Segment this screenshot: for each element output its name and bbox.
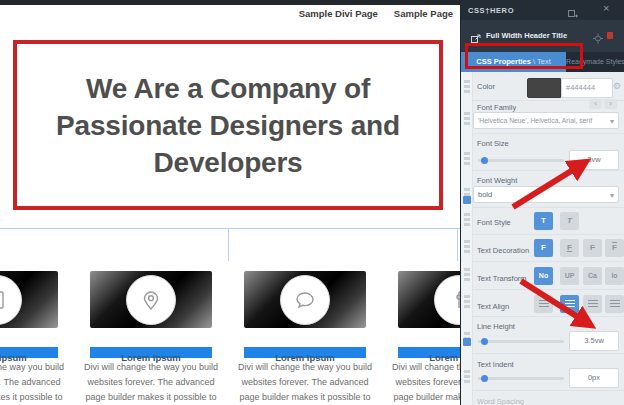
text-align-left-button[interactable] xyxy=(534,295,553,313)
blurb-image[interactable] xyxy=(398,271,460,328)
blurb-text: Divi will change the way you build websi… xyxy=(391,360,460,405)
close-icon[interactable]: × xyxy=(603,2,609,14)
font-size-slider[interactable] xyxy=(478,159,564,162)
css-hero-panel: CSS†HERO × Full Width Header Title CSS P… xyxy=(460,0,624,405)
text-align-center-button[interactable] xyxy=(560,295,579,313)
font-size-label: Font Size xyxy=(477,139,509,148)
modified-marker xyxy=(463,196,471,204)
text-transform-lowercase-button[interactable]: lo xyxy=(605,267,624,285)
next-font-button[interactable]: › xyxy=(604,99,617,109)
text-indent-slider-thumb[interactable] xyxy=(481,375,488,382)
font-size-slider-thumb[interactable] xyxy=(481,157,488,164)
prev-font-button[interactable]: ‹ xyxy=(589,99,602,109)
font-family-select[interactable]: 'Helvetica Neue', Helvetica, Arial, seri… xyxy=(473,112,619,129)
property-gutter xyxy=(461,72,473,405)
font-style-italic-button[interactable]: T xyxy=(560,212,579,230)
chevron-down-icon: ▾ xyxy=(610,114,614,129)
text-transform-none-button[interactable]: No xyxy=(534,267,553,285)
text-decoration-strikethrough-button[interactable]: F xyxy=(583,239,602,257)
blurb-text: Divi will change the way you build websi… xyxy=(83,360,219,405)
blurb-text: Divi will change the way you build websi… xyxy=(0,360,65,405)
target-icon[interactable] xyxy=(593,30,603,48)
panel-titlebar: CSS†HERO × xyxy=(461,0,624,20)
reset-icon[interactable] xyxy=(607,32,613,39)
nav-link-sample-divi-page[interactable]: Sample Divi Page xyxy=(299,8,378,19)
blurb-column: Lorem Ipsum Divi will change the way you… xyxy=(244,271,366,405)
line-height-slider-thumb[interactable] xyxy=(481,338,488,345)
gear-icon[interactable]: ⚙ xyxy=(613,81,621,91)
blurb-image[interactable] xyxy=(244,271,366,328)
text-decoration-underline-button[interactable]: F xyxy=(560,239,579,257)
text-transform-capitalize-button[interactable]: Ca xyxy=(583,267,602,285)
blurb-column: Lorem Ipsum Divi will change the way you… xyxy=(398,271,460,405)
word-spacing-label: Word Spacing xyxy=(477,397,524,405)
font-family-label: Font Family xyxy=(477,103,516,112)
font-weight-label: Font Weight xyxy=(477,176,517,185)
element-annotation-rect xyxy=(465,43,583,69)
top-navigation: Sample Divi Page Sample Page xyxy=(299,8,453,19)
align-left-icon xyxy=(539,300,549,308)
font-style-label: Font Style xyxy=(477,218,511,227)
color-input[interactable]: #444444 xyxy=(561,78,613,98)
align-right-icon xyxy=(588,300,598,308)
selection-outline-horizontal xyxy=(0,228,460,229)
chevron-down-icon: ▾ xyxy=(610,188,614,203)
blurb-text: Divi will change the way you build websi… xyxy=(237,360,373,405)
blurb-title-highlight[interactable]: Lorem Ipsum xyxy=(90,347,212,358)
color-label: Color xyxy=(477,82,495,91)
blurb-column: Lorem Ipsum Divi will change the way you… xyxy=(90,271,212,405)
align-justify-icon xyxy=(610,300,620,308)
text-transform-uppercase-button[interactable]: UP xyxy=(560,267,579,285)
font-style-normal-button[interactable]: T xyxy=(534,212,553,230)
blurb-image[interactable] xyxy=(90,271,212,328)
sliders-icon xyxy=(434,275,460,325)
line-height-slider[interactable] xyxy=(478,340,564,343)
selected-element-name[interactable]: Full Width Header Title xyxy=(486,31,567,40)
font-weight-select[interactable]: bold ▾ xyxy=(473,186,619,203)
article-icon xyxy=(0,275,22,325)
text-align-label: Text Align xyxy=(477,302,509,311)
css-hero-logo: CSS†HERO xyxy=(468,6,514,15)
text-decoration-none-button[interactable]: F xyxy=(534,239,553,257)
admin-bar xyxy=(0,0,460,5)
selection-outline-vertical xyxy=(228,228,229,261)
modified-marker xyxy=(463,338,471,346)
blurb-column: Lorem Ipsum Divi will change the way you… xyxy=(0,271,58,405)
blurb-image[interactable] xyxy=(0,271,58,328)
properties-list: Color #444444 ⚙ Font Family ‹ › 'Helveti… xyxy=(461,72,624,405)
blurb-title-highlight[interactable]: Lorem Ipsum xyxy=(244,347,366,358)
text-align-right-button[interactable] xyxy=(583,295,602,313)
page-title[interactable]: We Are a Company of Passionate Designers… xyxy=(17,70,439,181)
blurb-title-highlight[interactable]: Lorem Ipsum xyxy=(398,347,460,358)
color-swatch[interactable] xyxy=(527,78,561,98)
line-height-input[interactable]: 3.5vw xyxy=(569,331,619,351)
text-indent-slider[interactable] xyxy=(478,377,564,380)
nav-link-sample-page[interactable]: Sample Page xyxy=(394,8,453,19)
site-preview: Sample Divi Page Sample Page We Are a Co… xyxy=(0,0,460,405)
text-indent-input[interactable]: 0px xyxy=(569,368,619,388)
blurb-title-highlight[interactable]: Lorem Ipsum xyxy=(0,347,58,358)
app-window: Sample Divi Page Sample Page We Are a Co… xyxy=(0,0,624,405)
align-center-icon xyxy=(565,300,575,308)
text-indent-label: Text Indent xyxy=(477,360,514,369)
selected-element-bar: Full Width Header Title xyxy=(461,20,624,52)
text-decoration-overline-button[interactable]: F xyxy=(605,239,624,257)
chat-bubble-icon xyxy=(280,275,330,325)
map-pin-icon xyxy=(126,275,176,325)
line-height-label: Line Height xyxy=(477,322,515,331)
text-align-justify-button[interactable] xyxy=(605,295,624,313)
text-transform-label: Text Transform xyxy=(477,274,527,283)
heading-annotation-rect: We Are a Company of Passionate Designers… xyxy=(13,40,443,210)
font-size-input[interactable]: 3vw xyxy=(569,150,619,170)
text-decoration-label: Text Decoration xyxy=(477,246,529,255)
selection-outline-vertical xyxy=(457,228,458,261)
